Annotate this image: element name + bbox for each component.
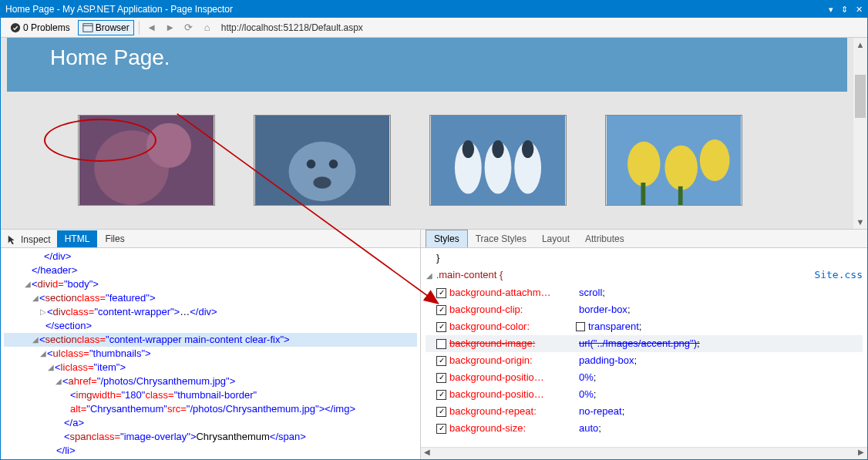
tab-styles[interactable]: Styles [426, 230, 468, 247]
color-swatch[interactable] [576, 322, 585, 331]
property-value[interactable]: padding-box [579, 352, 634, 369]
scroll-left-icon[interactable]: ◀ [421, 448, 433, 459]
property-value[interactable]: auto [579, 420, 598, 437]
titlebar-text: Home Page - My ASP.NET Application - Pag… [5, 4, 829, 15]
nav-refresh-icon[interactable]: ⟳ [181, 20, 197, 35]
property-checkbox[interactable] [436, 424, 446, 434]
scroll-htrack[interactable] [433, 448, 855, 459]
nav-back-icon[interactable]: ◄ [144, 20, 160, 35]
rule-source-link[interactable]: Site.css [814, 267, 863, 284]
code-token: "item" [94, 361, 120, 374]
property-checkbox[interactable] [436, 373, 446, 383]
property-checkbox[interactable] [436, 322, 446, 332]
selected-line[interactable]: ◢<section class="content-wrapper main-co… [4, 333, 417, 347]
code-token: class= [66, 305, 94, 319]
style-property-row[interactable]: background-origin:padding-box; [426, 352, 863, 369]
code-token: id= [50, 277, 64, 291]
titlebar: Home Page - My ASP.NET Application - Pag… [1, 1, 867, 18]
property-name: background-positio… [449, 386, 573, 403]
property-value[interactable]: 0% [579, 369, 594, 386]
code-token: "/photos/Chrysanthemum.jpg" [187, 402, 319, 416]
svg-point-8 [307, 159, 316, 169]
property-value[interactable]: scroll [579, 284, 602, 301]
property-semicolon: ; [622, 403, 625, 420]
styles-pane: Styles Trace Styles Layout Attributes } … [421, 230, 867, 459]
tree-toggle-icon[interactable]: ◢ [55, 374, 62, 388]
code-token: src= [167, 402, 187, 416]
property-value[interactable]: 0% [579, 386, 594, 403]
thumbnail-3[interactable] [429, 115, 567, 206]
property-checkbox[interactable] [436, 356, 446, 366]
svg-rect-22 [641, 183, 645, 205]
property-checkbox[interactable] [436, 288, 446, 298]
tree-toggle-icon[interactable]: ▷ [39, 305, 47, 319]
styles-hscrollbar[interactable]: ◀ ▶ [421, 447, 867, 459]
tree-toggle-icon[interactable]: ◢ [32, 291, 39, 305]
tree-toggle-icon[interactable]: ◢ [426, 267, 433, 284]
svg-point-9 [329, 159, 338, 169]
style-property-row[interactable]: background-color:transparent; [426, 318, 863, 335]
code-token: "featured" [106, 291, 150, 305]
style-property-row[interactable]: background-image:url("../Images/accent.p… [426, 335, 863, 352]
property-value[interactable]: border-box [579, 301, 627, 318]
html-pane: Inspect HTML Files </div> </header> ◢<di… [1, 230, 421, 459]
tab-trace-styles[interactable]: Trace Styles [468, 230, 534, 247]
window-dropdown-icon[interactable]: ▾ [829, 5, 833, 15]
svg-point-0 [11, 22, 20, 32]
code-token: alt= [70, 402, 86, 416]
style-property-row[interactable]: background-positio…0%; [426, 369, 863, 386]
problems-button[interactable]: 0 Problems [5, 20, 75, 35]
tab-html[interactable]: HTML [57, 230, 98, 247]
tab-attributes[interactable]: Attributes [577, 230, 632, 247]
property-semicolon: ; [598, 420, 601, 437]
scroll-track[interactable] [853, 52, 867, 215]
tree-toggle-icon[interactable]: ◢ [32, 333, 39, 347]
style-property-row[interactable]: background-clip:border-box; [426, 301, 863, 318]
code-token: href= [74, 374, 97, 388]
property-checkbox[interactable] [436, 407, 446, 417]
code-token: class= [65, 361, 93, 374]
code-token: … [180, 305, 190, 319]
tree-toggle-icon[interactable]: ◢ [47, 361, 55, 374]
browser-button[interactable]: Browser [78, 20, 134, 35]
scroll-handle[interactable] [855, 75, 866, 118]
code-token: div [53, 305, 66, 319]
property-value[interactable]: no-repeat [579, 403, 622, 420]
tab-files[interactable]: Files [97, 230, 132, 247]
style-property-row[interactable]: background-positio…0%; [426, 386, 863, 403]
tree-toggle-icon[interactable]: ◢ [39, 347, 47, 361]
property-name: background-positio… [449, 369, 573, 386]
thumbnail-4[interactable] [605, 115, 742, 206]
style-property-row[interactable]: background-repeat:no-repeat; [426, 403, 863, 420]
bottom-panes: Inspect HTML Files </div> </header> ◢<di… [1, 229, 867, 459]
property-value[interactable]: url("../Images/accent.png") [579, 335, 697, 352]
property-checkbox[interactable] [436, 390, 446, 400]
tree-toggle-icon[interactable]: ◢ [24, 277, 32, 291]
preview-scrollbar[interactable]: ▲ ▼ [853, 38, 867, 229]
thumbnail-2[interactable] [254, 115, 391, 206]
property-value[interactable]: transparent [588, 318, 639, 335]
scroll-right-icon[interactable]: ▶ [855, 448, 867, 459]
inspect-button[interactable]: Inspect [1, 232, 57, 247]
svg-point-19 [627, 142, 661, 186]
nav-home-icon[interactable]: ⌂ [200, 20, 215, 35]
html-tree[interactable]: </div> </header> ◢<div id="body"> ◢<sect… [1, 248, 420, 459]
property-checkbox[interactable] [436, 305, 446, 315]
style-property-row[interactable]: background-size:auto; [426, 420, 863, 437]
scroll-up-icon[interactable]: ▲ [856, 38, 865, 52]
code-token: "180" [122, 388, 146, 402]
code-token: "thumbnail-border" [174, 388, 257, 402]
window-close-icon[interactable]: ✕ [856, 5, 863, 15]
nav-forward-icon[interactable]: ► [163, 20, 178, 35]
page-heading: Home Page. [7, 38, 847, 92]
scroll-down-icon[interactable]: ▼ [856, 215, 865, 229]
tab-layout[interactable]: Layout [534, 230, 577, 247]
window-pin-icon[interactable]: ⇕ [841, 5, 848, 15]
styles-list[interactable]: } ◢ .main-content { Site.css background-… [421, 248, 867, 447]
property-semicolon: ; [594, 369, 597, 386]
style-property-row[interactable]: background-attachm…scroll; [426, 284, 863, 301]
rule-selector: .main-content { [436, 269, 503, 280]
tree-toggle-icon[interactable]: ◢ [47, 458, 55, 459]
property-checkbox[interactable] [436, 339, 446, 349]
url-text[interactable]: http://localhost:51218/Default.aspx [221, 22, 363, 33]
